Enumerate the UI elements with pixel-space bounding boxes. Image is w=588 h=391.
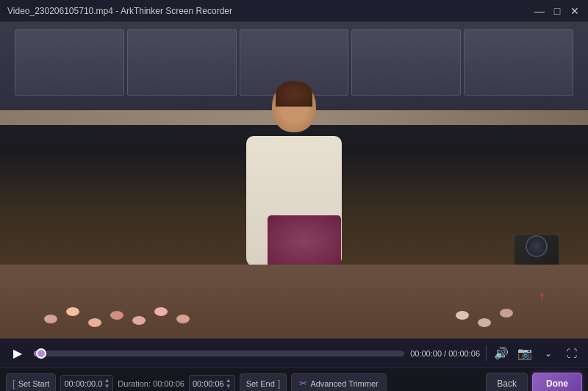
end-spin-down-icon[interactable]: ▼ bbox=[226, 384, 232, 390]
person-hair bbox=[276, 81, 312, 107]
spin-down-icon[interactable]: ▼ bbox=[104, 384, 110, 390]
macaron bbox=[44, 315, 57, 323]
set-end-label: Set End bbox=[246, 379, 275, 388]
video-area: ↓ bbox=[0, 22, 588, 338]
camera-icon: 📷 bbox=[517, 346, 532, 360]
fullscreen-button[interactable]: ⛶ bbox=[563, 345, 581, 362]
macaron bbox=[456, 311, 469, 320]
start-time-spinner[interactable]: ▲ ▼ bbox=[104, 378, 110, 390]
chevron-down-icon: ⌄ bbox=[545, 348, 552, 359]
camera-lens bbox=[526, 235, 548, 257]
macaron bbox=[88, 318, 101, 327]
set-start-button[interactable]: [ Set Start bbox=[6, 373, 56, 392]
maximize-button[interactable]: □ bbox=[551, 5, 563, 17]
macaron bbox=[500, 309, 513, 318]
player-controls: ▶ 00:00:00 / 00:00:06 🔊 📷 ⌄ ⛶ bbox=[0, 338, 588, 367]
fullscreen-icon: ⛶ bbox=[567, 348, 577, 359]
volume-button[interactable]: 🔊 bbox=[492, 345, 510, 362]
cake-body bbox=[268, 215, 341, 267]
macaron bbox=[132, 316, 146, 325]
macaron bbox=[176, 315, 190, 323]
done-button[interactable]: Done bbox=[532, 373, 582, 392]
progress-bar[interactable] bbox=[34, 351, 404, 356]
separator-1 bbox=[486, 346, 487, 361]
cabinet-door-5 bbox=[464, 29, 573, 96]
end-time-value: 00:00:06 bbox=[193, 379, 224, 388]
advanced-trimmer-button[interactable]: ✂ Advanced Trimmer bbox=[291, 373, 386, 392]
play-button[interactable]: ▶ bbox=[7, 343, 28, 364]
end-time-input[interactable]: 00:00:06 ▲ ▼ bbox=[189, 375, 235, 392]
start-time-value: 00:00:00.0 bbox=[64, 379, 102, 388]
progress-thumb[interactable] bbox=[36, 348, 46, 359]
advanced-trimmer-label: Advanced Trimmer bbox=[310, 379, 378, 388]
close-button[interactable]: ✕ bbox=[569, 5, 581, 17]
snapshot-button[interactable]: 📷 bbox=[516, 345, 534, 362]
scene-table bbox=[0, 265, 588, 338]
bottom-toolbar: [ Set Start 00:00:00.0 ▲ ▼ Duration: 00:… bbox=[0, 367, 588, 391]
person-head bbox=[272, 81, 316, 132]
start-time-input[interactable]: 00:00:00.0 ▲ ▼ bbox=[60, 375, 113, 392]
cabinet-door-2 bbox=[127, 29, 237, 96]
title-bar: Video_230206105710.mp4 - ArkThinker Scre… bbox=[0, 0, 588, 22]
back-button[interactable]: Back bbox=[486, 373, 528, 392]
cabinet-door-1 bbox=[15, 29, 124, 96]
macaron bbox=[110, 311, 123, 320]
scissors-icon: ✂ bbox=[299, 378, 307, 389]
macaron bbox=[478, 318, 491, 327]
volume-icon: 🔊 bbox=[494, 346, 509, 360]
end-time-spinner[interactable]: ▲ ▼ bbox=[226, 378, 232, 390]
chevron-down-button[interactable]: ⌄ bbox=[539, 345, 557, 362]
volume-arrow-indicator: ↓ bbox=[539, 290, 545, 306]
macaron bbox=[154, 307, 168, 316]
minimize-button[interactable]: — bbox=[534, 5, 545, 17]
set-start-label: Set Start bbox=[18, 379, 50, 388]
duration-label: Duration: 00:00:06 bbox=[118, 379, 184, 388]
cabinet-door-4 bbox=[351, 29, 461, 96]
set-end-button[interactable]: Set End ] bbox=[240, 373, 287, 392]
time-display: 00:00:00 / 00:00:06 bbox=[410, 349, 480, 358]
macaron bbox=[66, 307, 79, 316]
play-icon: ▶ bbox=[13, 346, 22, 360]
window-controls: — □ ✕ bbox=[534, 5, 581, 17]
window-title: Video_230206105710.mp4 - ArkThinker Scre… bbox=[7, 6, 232, 16]
